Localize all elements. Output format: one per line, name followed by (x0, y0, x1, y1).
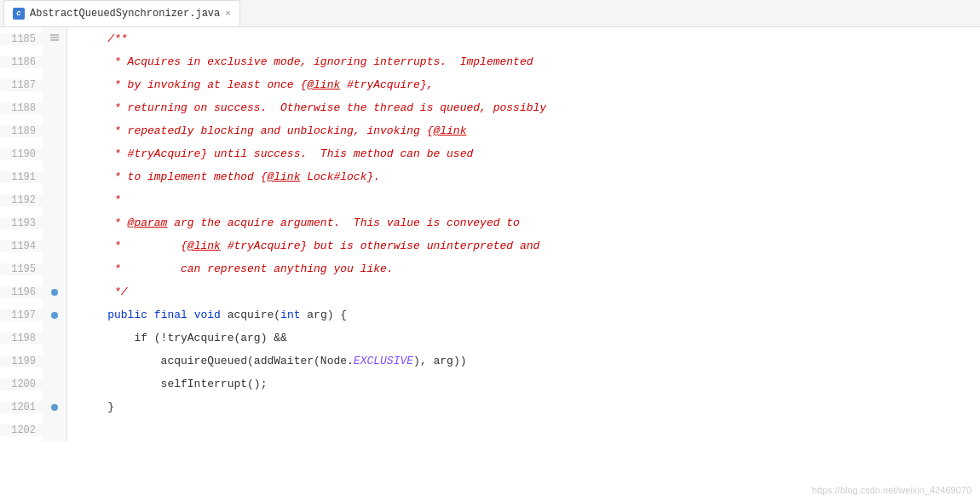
code-line: } (67, 395, 980, 418)
editor-container: 1185 /**1186 * Acquires in exclusive mod… (0, 27, 980, 502)
code-line: * #tryAcquire} until success. This metho… (67, 142, 980, 165)
table-row: 1199 acquireQueued(addWaiter(Node.EXCLUS… (0, 349, 980, 372)
code-token: @link (433, 124, 466, 137)
code-token: ), arg)) (413, 355, 466, 367)
table-row: 1197 public final void acquire(int arg) … (0, 303, 980, 326)
code-token: @link (187, 239, 221, 252)
code-token: * #tryAcquire} until success. This metho… (81, 147, 473, 160)
code-token: @link (267, 170, 300, 183)
code-token: } (81, 401, 114, 413)
table-row: 1195 * can represent anything you like. (0, 257, 980, 280)
line-number: 1186 (0, 56, 43, 68)
code-token: @link (307, 78, 340, 91)
code-token (81, 309, 107, 321)
code-line: public final void acquire(int arg) { (67, 303, 980, 326)
code-token: * (81, 216, 128, 229)
line-number: 1198 (0, 332, 43, 344)
tab-filename: AbstractQueuedSynchronizer.java (30, 8, 220, 20)
code-line: * @param arg the acquire argument. This … (67, 211, 980, 234)
code-token: if (!tryAcquire(arg) && (81, 332, 287, 344)
code-line: selfInterrupt(); (67, 372, 980, 395)
code-token: * to implement method { (81, 170, 267, 183)
line-number: 1192 (0, 194, 43, 206)
table-row: 1200 selfInterrupt(); (0, 372, 980, 395)
code-token: public (107, 309, 147, 321)
code-token: * returning on success. Otherwise the th… (81, 101, 546, 114)
code-token: /** (81, 32, 128, 45)
code-token: int (280, 309, 300, 321)
code-line: * to implement method {@link Lock#lock}. (67, 165, 980, 188)
table-row: 1193 * @param arg the acquire argument. … (0, 211, 980, 234)
code-token: */ (81, 286, 128, 298)
table-row: 1185 /** (0, 27, 980, 50)
table-row: 1188 * returning on success. Otherwise t… (0, 96, 980, 119)
table-row: 1198 if (!tryAcquire(arg) && (0, 326, 980, 349)
code-token: acquireQueued(addWaiter(Node. (81, 355, 354, 367)
code-token: #tryAcquire}, (340, 78, 433, 91)
line-number: 1190 (0, 148, 43, 160)
line-number: 1200 (0, 378, 43, 390)
code-line: * can represent anything you like. (67, 257, 980, 280)
tab-close-button[interactable]: × (225, 9, 231, 19)
gutter-dot-icon (51, 312, 58, 319)
code-token: * by invoking at least once { (81, 78, 307, 91)
line-number: 1187 (0, 79, 43, 91)
table-row: 1186 * Acquires in exclusive mode, ignor… (0, 50, 980, 73)
code-line: acquireQueued(addWaiter(Node.EXCLUSIVE),… (67, 349, 980, 372)
code-token: * (81, 193, 121, 206)
code-token: EXCLUSIVE (354, 355, 413, 367)
code-line: * Acquires in exclusive mode, ignoring i… (67, 50, 980, 73)
line-number: 1201 (0, 401, 43, 413)
code-token: void (194, 309, 221, 321)
table-row: 1194 * {@link #tryAcquire} but is otherw… (0, 234, 980, 257)
table-row: 1187 * by invoking at least once {@link … (0, 73, 980, 96)
code-token: arg the acquire argument. This value is … (167, 216, 519, 229)
code-token: acquire( (221, 309, 280, 321)
code-token: * repeatedly blocking and unblocking, in… (81, 124, 433, 137)
code-line: * by invoking at least once {@link #tryA… (67, 73, 980, 96)
tab-bar: c AbstractQueuedSynchronizer.java × (0, 0, 980, 27)
code-token (187, 309, 194, 321)
code-token: selfInterrupt(); (81, 378, 267, 390)
line-number: 1189 (0, 125, 43, 137)
line-number: 1197 (0, 309, 43, 321)
line-number: 1188 (0, 102, 43, 114)
code-line: /** (67, 27, 980, 50)
watermark: https://blog.csdn.net/weixin_42469070 (812, 485, 971, 495)
line-number: 1185 (0, 33, 43, 45)
file-type-icon: c (13, 8, 25, 20)
line-number: 1191 (0, 171, 43, 183)
code-token: * Acquires in exclusive mode, ignoring i… (81, 55, 533, 68)
code-token: arg) { (301, 309, 348, 321)
table-row: 1189 * repeatedly blocking and unblockin… (0, 119, 980, 142)
editor: 1185 /**1186 * Acquires in exclusive mod… (0, 27, 980, 502)
code-token: * can represent anything you like. (81, 263, 394, 275)
line-number: 1193 (0, 217, 43, 229)
code-token: #tryAcquire} but is otherwise uninterpre… (221, 239, 539, 252)
line-number: 1199 (0, 355, 43, 367)
line-number: 1194 (0, 240, 43, 252)
table-row: 1202 (0, 418, 980, 441)
table-row: 1191 * to implement method {@link Lock#l… (0, 165, 980, 188)
editor-tab[interactable]: c AbstractQueuedSynchronizer.java × (3, 0, 240, 26)
gutter-bar-icon (49, 32, 60, 45)
line-number: 1195 (0, 263, 43, 275)
code-line: * {@link #tryAcquire} but is otherwise u… (67, 234, 980, 257)
code-token: Lock#lock}. (300, 170, 380, 183)
code-token: * { (81, 239, 187, 252)
table-row: 1192 * (0, 188, 980, 211)
code-token: @param (128, 216, 168, 229)
table-row: 1196 */ (0, 280, 980, 303)
gutter-dot-icon (51, 404, 58, 411)
editor-lines: 1185 /**1186 * Acquires in exclusive mod… (0, 27, 980, 441)
table-row: 1190 * #tryAcquire} until success. This … (0, 142, 980, 165)
gutter-dot-icon (51, 289, 58, 296)
code-token: final (154, 309, 187, 321)
code-token (147, 309, 154, 321)
code-line: * (67, 188, 980, 211)
line-number: 1196 (0, 286, 43, 298)
code-line: * repeatedly blocking and unblocking, in… (67, 119, 980, 142)
code-line: */ (67, 280, 980, 303)
line-number: 1202 (0, 424, 43, 436)
code-line: * returning on success. Otherwise the th… (67, 96, 980, 119)
